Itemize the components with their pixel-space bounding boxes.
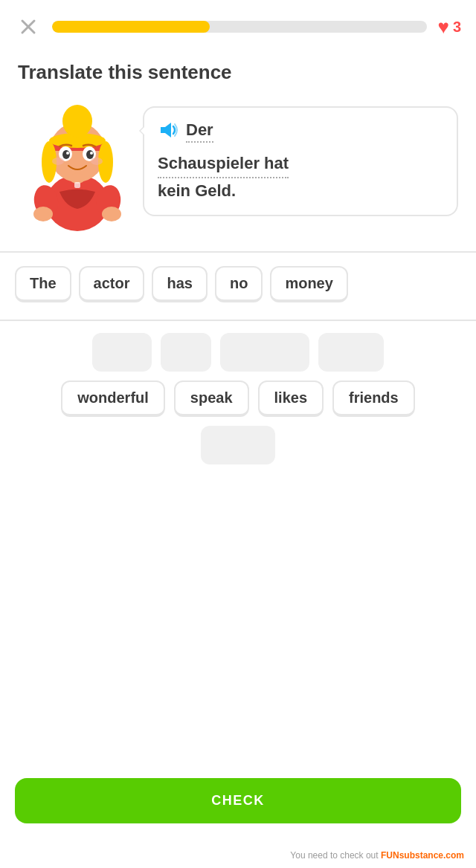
svg-point-19: [90, 152, 93, 155]
empty-slot-4: [318, 333, 384, 372]
check-button-container: CHECK: [15, 778, 461, 823]
answer-word-actor[interactable]: actor: [79, 266, 145, 302]
character-area: Der Schauspieler hat kein Geld.: [0, 99, 476, 251]
check-button[interactable]: CHECK: [15, 778, 461, 823]
empty-slot-5: [201, 426, 275, 464]
answer-word-the[interactable]: The: [15, 266, 71, 302]
answer-word-money[interactable]: money: [270, 266, 347, 302]
close-icon: [19, 18, 37, 36]
svg-point-22: [70, 173, 85, 184]
svg-point-6: [102, 207, 121, 221]
bank-word-wonderful[interactable]: wonderful: [61, 380, 165, 417]
empty-slot-3: [220, 333, 309, 372]
character-figure: [18, 99, 137, 236]
svg-point-20: [52, 158, 64, 165]
section-title: Translate this sentence: [0, 54, 476, 99]
bank-word-speak[interactable]: speak: [174, 380, 249, 417]
answer-word-has[interactable]: has: [152, 266, 207, 302]
bank-word-likes[interactable]: likes: [258, 380, 324, 417]
character-svg: [24, 99, 132, 236]
answer-word-no[interactable]: no: [215, 266, 263, 302]
svg-point-17: [86, 150, 94, 159]
speaker-icon[interactable]: [158, 120, 178, 143]
svg-point-5: [33, 207, 53, 221]
empty-slot-2: [161, 333, 211, 372]
word-bank-area: wonderful speak likes friends: [0, 321, 476, 479]
svg-point-16: [62, 150, 70, 159]
svg-point-18: [66, 152, 69, 155]
svg-rect-23: [74, 182, 80, 188]
watermark-brand: FUNsubstance.com: [381, 850, 464, 861]
watermark: You need to check out FUNsubstance.com: [290, 850, 464, 861]
close-button[interactable]: [15, 13, 42, 40]
answer-area: The actor has no money: [0, 253, 476, 320]
word-bank-row-2: [15, 426, 461, 464]
progress-bar-fill: [52, 21, 210, 33]
svg-point-13: [62, 105, 92, 137]
hearts-area: ♥ 3: [437, 16, 461, 39]
bubble-top: Der: [158, 120, 443, 143]
progress-bar-container: [52, 21, 427, 33]
top-bar: ♥ 3: [0, 0, 476, 54]
hearts-count: 3: [453, 19, 461, 36]
svg-marker-24: [161, 123, 171, 137]
speech-bubble: Der Schauspieler hat kein Geld.: [143, 106, 458, 216]
empty-slot-1: [92, 333, 152, 372]
empty-slots-row: [15, 333, 461, 372]
audio-icon: [158, 120, 178, 140]
heart-icon: ♥: [437, 16, 448, 39]
bubble-text-line3: kein Geld.: [158, 181, 236, 200]
bubble-word-der: Der: [186, 120, 213, 143]
bubble-text-line2: Schauspieler hat: [158, 151, 289, 178]
bubble-line2: Schauspieler hat: [158, 148, 443, 178]
svg-point-21: [91, 158, 103, 165]
word-bank-row-1: wonderful speak likes friends: [15, 380, 461, 417]
bubble-line3: kein Geld.: [158, 178, 443, 203]
bank-word-friends[interactable]: friends: [332, 380, 415, 417]
